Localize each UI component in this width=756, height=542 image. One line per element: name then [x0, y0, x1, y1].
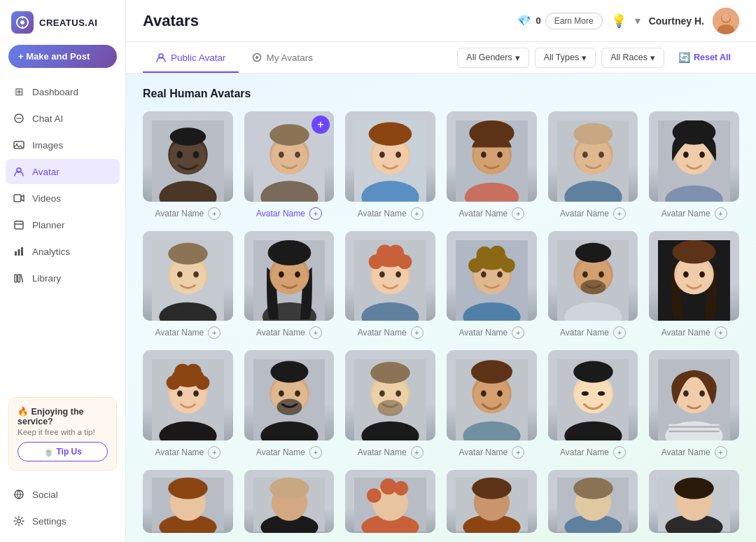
avatar-image[interactable]: [649, 111, 739, 202]
avatar-add-button[interactable]: +: [411, 446, 424, 459]
sidebar-item-videos[interactable]: Videos: [6, 186, 120, 211]
sidebar-item-settings[interactable]: Settings: [6, 508, 120, 534]
avatar-image[interactable]: [244, 111, 335, 202]
sidebar-item-images[interactable]: Images: [6, 132, 120, 158]
logo-area: CREATUS.AI: [0, 0, 125, 42]
avatar-image[interactable]: [447, 231, 537, 321]
svg-point-69: [699, 151, 705, 158]
avatar-image[interactable]: [447, 111, 537, 202]
chevron-down-icon: ▾: [515, 53, 520, 63]
sidebar-item-label: Settings: [32, 516, 66, 527]
avatar-add-button[interactable]: +: [309, 207, 322, 220]
lightbulb-icon[interactable]: 💡: [611, 13, 626, 29]
avatar-image[interactable]: [143, 350, 233, 440]
avatar-add-button[interactable]: +: [613, 207, 626, 220]
avatar-image[interactable]: [143, 111, 233, 202]
avatar-image[interactable]: [244, 231, 335, 321]
avatar-add-button[interactable]: +: [715, 207, 727, 220]
sidebar-item-planner[interactable]: Planner: [6, 212, 120, 237]
avatar-add-button[interactable]: +: [715, 326, 727, 339]
avatar-add-button[interactable]: +: [208, 326, 220, 339]
tabs-area: Public Avatar My Avatars: [143, 42, 326, 73]
avatar-image[interactable]: [548, 111, 638, 202]
tab-public-avatar[interactable]: Public Avatar: [143, 42, 239, 73]
svg-point-121: [673, 240, 716, 263]
avatar-add-button[interactable]: +: [715, 446, 727, 459]
avatar-label-row: Avatar Name +: [256, 326, 322, 339]
avatar-image[interactable]: [244, 350, 335, 440]
svg-point-7: [20, 118, 22, 119]
gender-filter-label: All Genders: [466, 53, 512, 62]
svg-rect-13: [15, 251, 17, 256]
svg-rect-14: [18, 249, 20, 256]
tab-my-avatars[interactable]: My Avatars: [239, 42, 326, 73]
gender-filter[interactable]: All Genders ▾: [457, 48, 528, 68]
avatar-add-button[interactable]: +: [309, 446, 322, 459]
avatar-name-label: Avatar Name: [256, 209, 305, 218]
svg-point-1: [20, 20, 24, 25]
avatar-image[interactable]: [548, 470, 638, 533]
sidebar-item-analytics[interactable]: Analytics: [6, 239, 120, 264]
svg-point-82: [279, 271, 284, 277]
svg-point-127: [193, 391, 199, 397]
avatar-name-label: Avatar Name: [560, 328, 609, 338]
avatar-image[interactable]: [649, 470, 739, 533]
reset-all-button[interactable]: 🔄 Reset All: [670, 48, 739, 67]
avatar-add-button[interactable]: +: [613, 326, 626, 339]
avatar-image[interactable]: [345, 470, 435, 533]
avatar-image[interactable]: [548, 231, 638, 321]
avatar-add-button[interactable]: +: [411, 326, 424, 339]
avatar-add-button[interactable]: +: [613, 446, 626, 459]
analytics-icon: [13, 245, 25, 258]
avatar-image[interactable]: [649, 350, 739, 440]
avatar-add-button[interactable]: +: [208, 446, 220, 459]
avatar-card: [548, 470, 638, 533]
avatar-add-button[interactable]: +: [411, 207, 424, 220]
race-filter[interactable]: All Races ▾: [601, 48, 664, 68]
sidebar-item-dashboard[interactable]: ⊞ Dashboard: [6, 79, 120, 104]
sidebar-item-social[interactable]: Social: [6, 482, 120, 507]
svg-point-120: [699, 271, 705, 277]
svg-rect-16: [15, 275, 17, 282]
svg-point-114: [575, 242, 610, 262]
sidebar-item-library[interactable]: Library: [6, 265, 120, 291]
tip-us-button[interactable]: 🍵 Tip Us: [18, 442, 108, 461]
avatar-add-button[interactable]: +: [512, 207, 524, 220]
earn-more-button[interactable]: Earn More: [545, 13, 603, 29]
avatar-image[interactable]: [345, 350, 435, 440]
avatar-image[interactable]: [143, 231, 233, 321]
avatar-add-button[interactable]: +: [512, 326, 524, 339]
avatar-add-button[interactable]: +: [309, 326, 322, 339]
sidebar-item-avatar[interactable]: Avatar: [6, 159, 120, 184]
avatar-card: Avatar Name +: [244, 231, 335, 340]
avatar-add-button[interactable]: +: [208, 207, 220, 220]
chevron-down-icon[interactable]: ▾: [635, 14, 640, 27]
avatar-image[interactable]: [345, 111, 435, 202]
avatar-image[interactable]: [143, 470, 233, 533]
videos-icon: [13, 192, 25, 204]
sidebar-item-chat-ai[interactable]: Chat AI: [6, 106, 120, 131]
tab-label: My Avatars: [267, 53, 314, 63]
svg-rect-15: [21, 247, 23, 256]
avatar-image[interactable]: [345, 231, 435, 321]
avatar-image[interactable]: [447, 470, 537, 533]
avatar-add-button[interactable]: +: [512, 446, 524, 459]
avatar-label-row: Avatar Name +: [560, 326, 626, 339]
avatar-image[interactable]: [244, 470, 335, 533]
avatar: [713, 8, 739, 34]
type-filter[interactable]: All Types ▾: [535, 48, 596, 68]
avatar-image[interactable]: [649, 231, 739, 321]
svg-point-95: [374, 249, 406, 267]
svg-point-138: [295, 391, 300, 397]
avatar-card: Avatar Name +: [548, 231, 638, 340]
make-post-button[interactable]: + Make and Post: [8, 45, 117, 68]
avatar-name-label: Avatar Name: [560, 447, 609, 457]
svg-point-183: [367, 488, 382, 503]
svg-point-140: [270, 361, 308, 383]
avatar-image[interactable]: [447, 350, 537, 440]
avatar-name-label: Avatar Name: [662, 328, 710, 338]
svg-point-49: [369, 122, 412, 145]
svg-point-89: [379, 271, 385, 277]
avatar-image[interactable]: [548, 350, 638, 440]
svg-point-147: [378, 400, 403, 416]
